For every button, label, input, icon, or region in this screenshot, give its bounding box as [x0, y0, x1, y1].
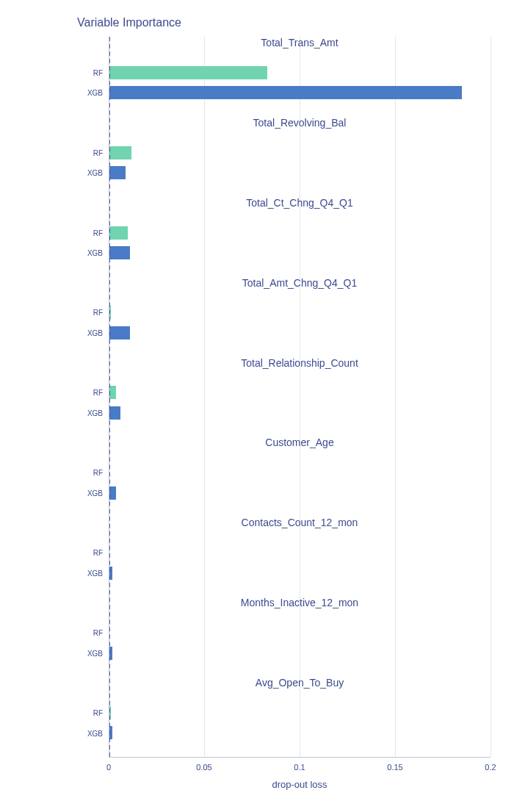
panel-title: Contacts_Count_12_mon: [109, 517, 491, 528]
y-label-rf: RF: [82, 229, 103, 237]
panel: Months_Inactive_12_mon: [109, 597, 491, 677]
x-tick: 0.05: [196, 763, 211, 772]
panel: Total_Trans_Amt: [109, 37, 491, 117]
x-tick: 0.1: [294, 763, 305, 772]
panel-title: Customer_Age: [109, 436, 491, 448]
x-axis-line: [109, 757, 491, 758]
chart-title: Variable Importance: [77, 16, 181, 29]
panel-title: Total_Amt_Chng_Q4_Q1: [109, 277, 491, 289]
bar-xgb: [109, 166, 126, 179]
panel: Total_Relationship_Count: [109, 357, 491, 437]
panel: Contacts_Count_12_mon: [109, 517, 491, 597]
panel: Total_Amt_Chng_Q4_Q1: [109, 277, 491, 357]
x-tick: 0.2: [485, 763, 496, 772]
y-label-rf: RF: [82, 149, 103, 157]
panel-title: Total_Revolving_Bal: [109, 117, 491, 129]
bar-rf: [109, 226, 128, 240]
bar-xgb: [109, 326, 130, 339]
panel-title: Total_Relationship_Count: [109, 357, 491, 369]
y-label-rf: RF: [82, 309, 103, 317]
panel-title: Months_Inactive_12_mon: [109, 597, 491, 608]
y-axis-line: [109, 37, 109, 757]
panel-title: Total_Ct_Chng_Q4_Q1: [109, 197, 491, 209]
y-label-xgb: XGB: [82, 730, 103, 738]
y-label-rf: RF: [82, 629, 103, 637]
y-label-xgb: XGB: [82, 489, 103, 497]
y-label-xgb: XGB: [82, 570, 103, 578]
y-label-rf: RF: [82, 709, 103, 717]
gridline: [491, 37, 491, 757]
y-label-rf: RF: [82, 389, 103, 397]
y-label-xgb: XGB: [82, 169, 103, 177]
panel-title: Total_Trans_Amt: [109, 37, 491, 48]
panel: Total_Revolving_Bal: [109, 117, 491, 197]
y-label-rf: RF: [82, 549, 103, 557]
bar-xgb: [109, 246, 130, 259]
x-tick: 0.15: [387, 763, 402, 772]
y-label-xgb: XGB: [82, 329, 103, 337]
x-tick: 0: [106, 763, 111, 772]
panel: Avg_Open_To_Buy: [109, 677, 491, 757]
x-axis-title: drop-out loss: [272, 779, 327, 790]
y-label-xgb: XGB: [82, 409, 103, 417]
plot-area: Total_Trans_AmtTotal_Revolving_BalTotal_…: [109, 37, 491, 757]
panel: Total_Ct_Chng_Q4_Q1: [109, 197, 491, 277]
panel: Customer_Age: [109, 436, 491, 517]
y-label-rf: RF: [82, 469, 103, 477]
y-label-rf: RF: [82, 69, 103, 77]
y-label-xgb: XGB: [82, 89, 103, 97]
bar-rf: [109, 146, 131, 159]
bar-xgb: [109, 406, 120, 420]
bar-xgb: [109, 86, 462, 99]
panel-title: Avg_Open_To_Buy: [109, 677, 491, 689]
bar-rf: [109, 66, 267, 79]
y-label-xgb: XGB: [82, 650, 103, 658]
y-label-xgb: XGB: [82, 249, 103, 257]
